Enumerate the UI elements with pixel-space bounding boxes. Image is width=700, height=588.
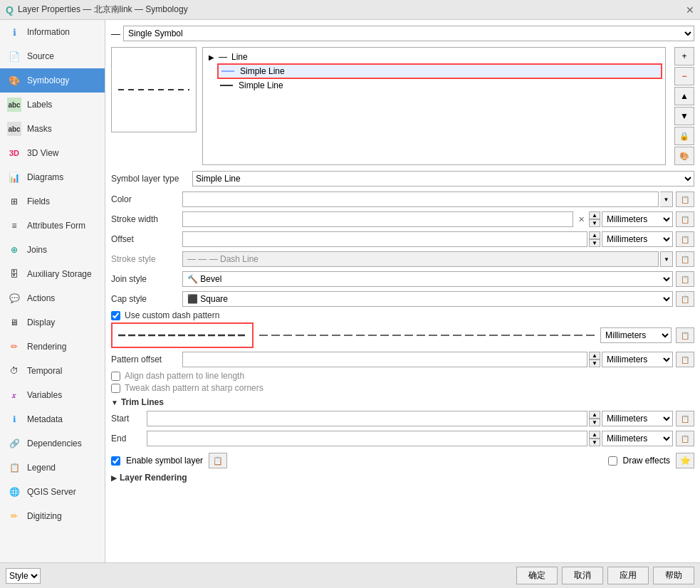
- cancel-button[interactable]: 取消: [562, 567, 603, 584]
- draw-effects-checkbox[interactable]: [608, 456, 617, 466]
- join-style-copy-button[interactable]: 📋: [676, 271, 694, 287]
- join-style-label: Join style: [111, 274, 182, 284]
- style-select[interactable]: Style: [6, 568, 41, 584]
- symbol-layer-type-select[interactable]: Simple Line: [192, 171, 694, 187]
- sidebar-item-diagrams[interactable]: 📊 Diagrams: [0, 165, 105, 189]
- sidebar-item-digitizing[interactable]: ✏ Digitizing: [0, 504, 105, 528]
- sidebar-item-joins[interactable]: ⊕ Joins: [0, 238, 105, 262]
- enable-symbol-extra-button[interactable]: 📋: [209, 453, 227, 468]
- move-up-button[interactable]: ▲: [674, 87, 694, 105]
- dash-pattern-canvas[interactable]: [111, 322, 254, 348]
- offset-unit-select[interactable]: Millimeters: [602, 231, 673, 247]
- sidebar-item-source[interactable]: 📄 Source: [0, 44, 105, 68]
- trim-end-copy-button[interactable]: 📋: [676, 431, 694, 446]
- sidebar-item-label: Joins: [27, 245, 47, 255]
- color-button[interactable]: 🎨: [674, 147, 694, 165]
- draw-effects-label[interactable]: Draw effects: [623, 456, 670, 466]
- color-field[interactable]: [182, 191, 659, 207]
- offset-copy-button[interactable]: 📋: [676, 231, 694, 247]
- pattern-offset-unit-select[interactable]: Millimeters: [602, 352, 673, 367]
- sidebar-item-masks[interactable]: abc Masks: [0, 117, 105, 141]
- sidebar-item-actions[interactable]: 💬 Actions: [0, 286, 105, 310]
- close-button[interactable]: ✕: [686, 4, 694, 16]
- symbol-layer-type-label: Symbol layer type: [111, 174, 189, 184]
- trim-start-copy-button[interactable]: 📋: [676, 411, 694, 426]
- stroke-style-copy-button[interactable]: 📋: [676, 251, 694, 267]
- tree-item-simple-line-2[interactable]: Simple Line: [217, 79, 662, 92]
- pattern-offset-up-button[interactable]: ▲: [589, 352, 600, 359]
- trim-start-unit-select[interactable]: Millimeters: [602, 411, 673, 426]
- apply-button[interactable]: 应用: [607, 567, 649, 584]
- use-custom-dash-checkbox[interactable]: [111, 311, 120, 320]
- trim-start-down-button[interactable]: ▼: [589, 419, 600, 426]
- sidebar-item-temporal[interactable]: ⏱ Temporal: [0, 359, 105, 383]
- pattern-offset-input[interactable]: 0.000000: [182, 352, 587, 367]
- sidebar-item-metadata[interactable]: ℹ Metadata: [0, 407, 105, 431]
- sidebar-item-variables[interactable]: 𝒙 Variables: [0, 383, 105, 407]
- tree-expand-icon: ▶: [209, 53, 214, 61]
- trim-end-input[interactable]: 0.000000: [147, 431, 587, 446]
- pattern-offset-down-button[interactable]: ▼: [589, 359, 600, 367]
- cap-style-copy-button[interactable]: 📋: [676, 291, 694, 307]
- stroke-style-dropdown-button[interactable]: ▼: [660, 251, 673, 267]
- pattern-offset-copy-button[interactable]: 📋: [676, 352, 694, 367]
- cap-style-select[interactable]: ⬛ Square: [182, 291, 673, 307]
- stroke-width-clear-button[interactable]: ✕: [575, 211, 587, 227]
- sidebar-item-labels[interactable]: abc Labels: [0, 93, 105, 117]
- fields-icon: ⊞: [7, 194, 21, 209]
- color-dropdown-button[interactable]: ▼: [660, 191, 673, 207]
- tweak-dash-checkbox[interactable]: [111, 384, 120, 393]
- sidebar-item-legend[interactable]: 📋 Legend: [0, 456, 105, 480]
- stroke-width-up-button[interactable]: ▲: [589, 211, 600, 219]
- align-dash-row: Align dash pattern to line length: [111, 371, 694, 381]
- offset-input[interactable]: 0.000000: [182, 231, 587, 247]
- enable-symbol-checkbox[interactable]: [111, 456, 120, 466]
- use-custom-dash-label[interactable]: Use custom dash pattern: [125, 310, 219, 320]
- sidebar-item-3dview[interactable]: 3D 3D View: [0, 141, 105, 165]
- color-copy-button[interactable]: 📋: [676, 191, 694, 207]
- sidebar-item-symbology[interactable]: 🎨 Symbology: [0, 68, 105, 93]
- align-dash-checkbox[interactable]: [111, 372, 120, 381]
- trim-end-up-button[interactable]: ▲: [589, 431, 600, 439]
- lock-button[interactable]: 🔒: [674, 127, 694, 145]
- tree-item-label-1: Simple Line: [240, 66, 285, 76]
- stroke-width-down-button[interactable]: ▼: [589, 219, 600, 227]
- stroke-width-copy-button[interactable]: 📋: [676, 211, 694, 227]
- add-layer-button[interactable]: +: [674, 47, 694, 65]
- sidebar-item-information[interactable]: ℹ Information: [0, 20, 105, 44]
- sidebar-item-rendering[interactable]: ✏ Rendering: [0, 335, 105, 359]
- tree-item-line[interactable]: ▶ — Line: [206, 51, 662, 63]
- tweak-dash-label[interactable]: Tweak dash pattern at sharp corners: [125, 383, 263, 393]
- sidebar-item-label: Display: [27, 317, 55, 327]
- sidebar-item-fields[interactable]: ⊞ Fields: [0, 189, 105, 214]
- tree-item-simple-line-1[interactable]: Simple Line: [217, 63, 662, 79]
- sidebar-item-qgis-server[interactable]: 🌐 QGIS Server: [0, 480, 105, 504]
- dash-pattern-unit-select[interactable]: Millimeters: [600, 327, 672, 343]
- stroke-width-unit-select[interactable]: Millimeters: [602, 211, 673, 227]
- layer-rendering-arrow[interactable]: ▶: [111, 474, 117, 482]
- sidebar-item-display[interactable]: 🖥 Display: [0, 310, 105, 335]
- draw-effects-settings-button[interactable]: ⭐: [676, 453, 694, 468]
- align-dash-label[interactable]: Align dash pattern to line length: [125, 371, 244, 381]
- sidebar-item-attributes-form[interactable]: ≡ Attributes Form: [0, 214, 105, 238]
- dash-pattern-copy-button[interactable]: 📋: [676, 327, 694, 343]
- trim-end-unit-select[interactable]: Millimeters: [602, 431, 673, 446]
- trim-start-input[interactable]: 0.000000: [147, 411, 587, 426]
- help-button[interactable]: 帮助: [653, 567, 694, 584]
- bottom-left: Style: [6, 568, 41, 584]
- enable-symbol-label[interactable]: Enable symbol layer: [126, 456, 203, 466]
- pattern-offset-spinners: ▲ ▼: [589, 352, 600, 367]
- trim-lines-collapse-arrow[interactable]: ▼: [111, 399, 118, 406]
- symbol-type-dropdown[interactable]: Single Symbol: [123, 26, 694, 41]
- stroke-width-input[interactable]: 0.460000: [182, 211, 573, 227]
- sidebar-item-auxiliary-storage[interactable]: 🗄 Auxiliary Storage: [0, 262, 105, 286]
- move-down-button[interactable]: ▼: [674, 107, 694, 125]
- offset-down-button[interactable]: ▼: [589, 239, 600, 247]
- remove-layer-button[interactable]: −: [674, 67, 694, 85]
- sidebar-item-dependencies[interactable]: 🔗 Dependencies: [0, 431, 105, 456]
- join-style-select[interactable]: 🔨 Bevel: [182, 271, 673, 287]
- trim-end-down-button[interactable]: ▼: [589, 439, 600, 446]
- offset-up-button[interactable]: ▲: [589, 231, 600, 239]
- ok-button[interactable]: 确定: [516, 567, 558, 584]
- trim-start-up-button[interactable]: ▲: [589, 411, 600, 419]
